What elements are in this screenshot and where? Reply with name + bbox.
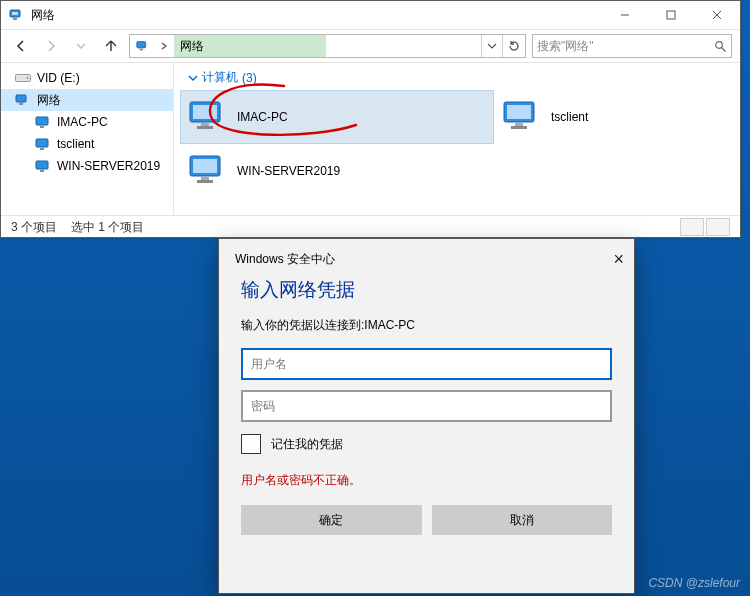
error-message: 用户名或密码不正确。 <box>241 472 612 489</box>
view-buttons <box>680 218 730 236</box>
breadcrumb-label: 网络 <box>180 38 204 55</box>
computer-icon <box>187 99 227 135</box>
svg-rect-23 <box>201 123 209 126</box>
computer-icon <box>501 99 541 135</box>
svg-rect-32 <box>197 180 213 183</box>
breadcrumb-current[interactable]: 网络 <box>174 35 326 57</box>
search-placeholder: 搜索"网络" <box>537 38 714 55</box>
item-label: IMAC-PC <box>237 110 288 124</box>
forward-button[interactable] <box>39 34 63 58</box>
group-header[interactable]: 计算机 (3) <box>174 63 740 90</box>
network-icon <box>9 7 25 23</box>
nav-drive[interactable]: VID (E:) <box>1 67 173 89</box>
password-field[interactable]: 密码 <box>241 390 612 422</box>
maximize-button[interactable] <box>648 1 694 29</box>
ok-button[interactable]: 确定 <box>241 505 422 535</box>
back-button[interactable] <box>9 34 33 58</box>
svg-rect-28 <box>511 126 527 129</box>
nav-label: tsclient <box>57 137 94 151</box>
minimize-button[interactable] <box>602 1 648 29</box>
explorer-body: VID (E:) 网络 IMAC-PC tsclient WIN-SERVER2… <box>1 63 740 215</box>
username-placeholder: 用户名 <box>251 356 287 373</box>
computer-icon <box>35 138 51 151</box>
breadcrumb-root[interactable] <box>154 35 174 57</box>
item-tsclient[interactable]: tsclient <box>494 90 708 144</box>
svg-rect-27 <box>515 123 523 126</box>
svg-rect-24 <box>197 126 213 129</box>
group-count: (3) <box>242 71 257 85</box>
address-dropdown[interactable] <box>481 35 502 57</box>
watermark: CSDN @zslefour <box>648 576 740 590</box>
ok-label: 确定 <box>319 512 343 529</box>
chevron-down-icon <box>188 73 198 83</box>
dialog-header[interactable]: Windows 安全中心 × <box>219 239 634 271</box>
svg-rect-31 <box>201 177 209 180</box>
close-button[interactable] <box>694 1 740 29</box>
nav-label: 网络 <box>37 92 61 109</box>
svg-rect-16 <box>40 126 44 128</box>
svg-rect-22 <box>193 105 217 119</box>
svg-point-12 <box>27 77 29 79</box>
nav-label: IMAC-PC <box>57 115 108 129</box>
remember-row[interactable]: 记住我的凭据 <box>241 434 612 454</box>
dialog-window-title: Windows 安全中心 <box>235 251 335 268</box>
svg-rect-18 <box>40 148 44 150</box>
nav-child[interactable]: tsclient <box>1 133 173 155</box>
cancel-button[interactable]: 取消 <box>432 505 613 535</box>
remember-checkbox[interactable] <box>241 434 261 454</box>
address-bar: 网络 搜索"网络" <box>1 30 740 63</box>
group-label: 计算机 <box>202 69 238 86</box>
status-count: 3 个项目 <box>11 219 57 236</box>
svg-rect-30 <box>193 159 217 173</box>
network-icon <box>130 39 154 53</box>
nav-label: WIN-SERVER2019 <box>57 159 160 173</box>
network-icon <box>15 93 31 107</box>
dialog-subtitle: 输入你的凭据以连接到:IMAC-PC <box>241 317 612 334</box>
svg-rect-7 <box>137 42 146 48</box>
view-details-button[interactable] <box>680 218 704 236</box>
svg-rect-2 <box>13 18 17 20</box>
refresh-button[interactable] <box>502 35 525 57</box>
nav-label: VID (E:) <box>37 71 80 85</box>
search-input[interactable]: 搜索"网络" <box>532 34 732 58</box>
computer-icon <box>35 160 51 173</box>
titlebar[interactable]: 网络 <box>1 1 740 30</box>
recent-dropdown[interactable] <box>69 34 93 58</box>
explorer-window: 网络 网络 搜索"网络" <box>0 0 741 238</box>
svg-rect-20 <box>40 170 44 172</box>
nav-network[interactable]: 网络 <box>1 89 173 111</box>
svg-rect-14 <box>19 103 23 105</box>
item-label: tsclient <box>551 110 588 124</box>
cancel-label: 取消 <box>510 512 534 529</box>
svg-rect-17 <box>36 139 48 147</box>
svg-line-10 <box>722 48 726 52</box>
password-placeholder: 密码 <box>251 398 275 415</box>
item-imac-pc[interactable]: IMAC-PC <box>180 90 494 144</box>
up-button[interactable] <box>99 34 123 58</box>
item-label: WIN-SERVER2019 <box>237 164 340 178</box>
nav-child[interactable]: IMAC-PC <box>1 111 173 133</box>
address-box[interactable]: 网络 <box>129 34 526 58</box>
dialog-heading: 输入网络凭据 <box>241 275 612 317</box>
view-tiles-button[interactable] <box>706 218 730 236</box>
nav-child[interactable]: WIN-SERVER2019 <box>1 155 173 177</box>
close-icon[interactable]: × <box>613 249 624 270</box>
svg-rect-13 <box>16 95 26 102</box>
status-selection: 选中 1 个项目 <box>71 219 144 236</box>
svg-rect-8 <box>140 49 144 51</box>
computer-icon <box>187 153 227 189</box>
svg-point-9 <box>716 41 723 48</box>
credentials-dialog: Windows 安全中心 × 输入网络凭据 输入你的凭据以连接到:IMAC-PC… <box>218 238 635 594</box>
nav-pane[interactable]: VID (E:) 网络 IMAC-PC tsclient WIN-SERVER2… <box>1 63 174 215</box>
svg-rect-26 <box>507 105 531 119</box>
item-win-server[interactable]: WIN-SERVER2019 <box>180 144 494 198</box>
remember-label: 记住我的凭据 <box>271 436 343 453</box>
content-pane[interactable]: 计算机 (3) IMAC-PC tsclient WIN-SERVER2019 <box>174 63 740 215</box>
window-title: 网络 <box>31 7 55 24</box>
svg-rect-19 <box>36 161 48 169</box>
computer-icon <box>35 116 51 129</box>
username-field[interactable]: 用户名 <box>241 348 612 380</box>
drive-icon <box>15 72 31 84</box>
desktop: 网络 网络 搜索"网络" <box>0 0 750 596</box>
search-icon <box>714 40 727 53</box>
